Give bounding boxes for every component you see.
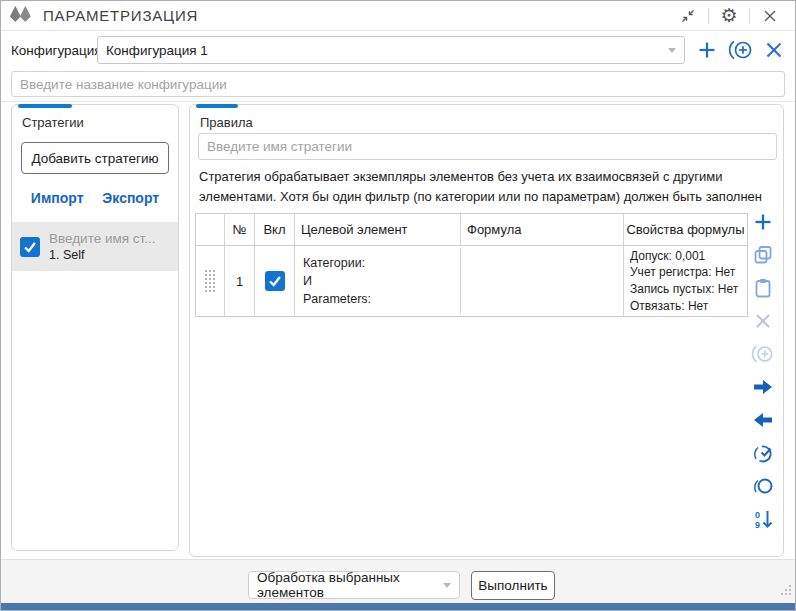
rule-props-cell[interactable]: Допуск: 0,001 Учет регистра: Нет Запись … — [624, 244, 747, 318]
bottom-accent-strip — [1, 603, 795, 610]
strategies-tab-indicator — [18, 104, 72, 108]
drag-handle-icon[interactable] — [196, 246, 225, 316]
configuration-select-value: Конфигурация 1 — [106, 43, 668, 58]
header-number: № — [225, 214, 255, 245]
rules-tab-indicator — [196, 104, 238, 108]
rule-toolbar: 0 9 — [747, 211, 779, 530]
collapse-icon[interactable] — [677, 5, 699, 27]
duplicate-configuration-icon[interactable] — [728, 39, 754, 61]
strategies-panel: Стратегии Добавить стратегию Импорт Эксп… — [11, 104, 179, 551]
strategy-checkbox[interactable] — [20, 237, 40, 257]
delete-configuration-icon[interactable] — [765, 41, 783, 59]
parametrization-window: ПАРАМЕТРИЗАЦИЯ ⚙ Конфигурация: Конфигура… — [0, 0, 796, 611]
strategy-name-placeholder: Введите имя ст... — [49, 231, 156, 246]
target-line: И — [303, 272, 452, 290]
prop-line: Учет регистра: Нет — [630, 264, 741, 281]
add-strategy-button[interactable]: Добавить стратегию — [21, 142, 169, 174]
header-target-element: Целевой элемент — [295, 214, 461, 245]
clear-check-icon[interactable] — [751, 475, 775, 497]
strategy-name-input[interactable] — [198, 133, 777, 160]
rule-enabled-checkbox[interactable] — [265, 271, 285, 291]
rules-table-header: № Вкл Целевой элемент Формула Свойства ф… — [196, 214, 747, 246]
chevron-down-icon — [443, 583, 451, 588]
check-rules-icon[interactable] — [751, 442, 775, 464]
app-logo-icon — [9, 6, 35, 26]
footer-bar: Обработка выбранных элементов Выполнить — [1, 559, 795, 605]
title-bar: ПАРАМЕТРИЗАЦИЯ ⚙ — [1, 1, 795, 31]
move-rule-down-icon[interactable] — [751, 376, 775, 398]
header-formula: Формула — [461, 214, 624, 245]
strategy-list-item[interactable]: Введите имя ст... 1. Self — [12, 222, 178, 271]
tab-rules[interactable]: Правила — [190, 105, 783, 136]
header-divider — [1, 101, 795, 102]
close-icon[interactable] — [759, 5, 781, 27]
rules-panel: Правила Стратегия обрабатывает экземпляр… — [189, 104, 784, 557]
configuration-label: Конфигурация: — [11, 43, 97, 58]
add-rule-icon[interactable] — [751, 211, 775, 233]
rule-number: 1 — [225, 246, 255, 316]
strategy-description: Стратегия обрабатывает экземпляры элемен… — [199, 167, 777, 206]
chevron-down-icon — [668, 48, 676, 53]
titlebar-separator — [749, 8, 750, 24]
sort-numeric-icon[interactable]: 0 9 — [751, 508, 775, 530]
duplicate-rule-icon[interactable] — [751, 343, 775, 365]
target-line: Parameters: — [303, 290, 452, 308]
header-drag-column — [196, 214, 225, 245]
paste-rule-icon[interactable] — [751, 277, 775, 299]
header-enabled: Вкл — [255, 214, 295, 245]
rule-target-cell[interactable]: Категории: И Parameters: — [295, 248, 461, 314]
table-row[interactable]: 1 Категории: И Parameters: Допуск: 0,001 — [196, 246, 747, 316]
prop-line: Отвязать: Нет — [630, 298, 741, 315]
header-formula-props: Свойства формулы — [624, 214, 747, 245]
add-configuration-icon[interactable] — [697, 40, 717, 60]
gear-icon[interactable]: ⚙ — [718, 5, 740, 27]
page-title: ПАРАМЕТРИЗАЦИЯ — [43, 7, 677, 24]
import-link[interactable]: Импорт — [31, 190, 84, 206]
configuration-name-input[interactable] — [11, 71, 785, 97]
delete-rule-icon[interactable] — [751, 310, 775, 332]
target-line: Категории: — [303, 254, 452, 272]
rule-formula-cell[interactable] — [461, 246, 624, 316]
copy-rule-icon[interactable] — [751, 244, 775, 266]
svg-text:0: 0 — [755, 510, 760, 520]
prop-line: Запись пустых: Нет — [630, 281, 741, 298]
run-button[interactable]: Выполнить — [471, 571, 555, 600]
tab-strategies[interactable]: Стратегии — [12, 105, 178, 136]
export-link[interactable]: Экспорт — [102, 190, 159, 206]
move-rule-up-icon[interactable] — [751, 409, 775, 431]
action-select-value: Обработка выбранных элементов — [257, 570, 443, 600]
rule-enabled-cell — [255, 246, 295, 316]
prop-line: Допуск: 0,001 — [630, 248, 741, 265]
configuration-select[interactable]: Конфигурация 1 — [97, 36, 685, 64]
resize-grip-icon[interactable] — [778, 582, 792, 596]
titlebar-separator — [708, 8, 709, 24]
action-select[interactable]: Обработка выбранных элементов — [248, 571, 460, 599]
svg-text:9: 9 — [755, 520, 760, 530]
rules-table: № Вкл Целевой элемент Формула Свойства ф… — [195, 213, 748, 317]
strategy-subtitle: 1. Self — [49, 248, 156, 262]
configuration-row: Конфигурация: Конфигурация 1 — [1, 33, 795, 67]
